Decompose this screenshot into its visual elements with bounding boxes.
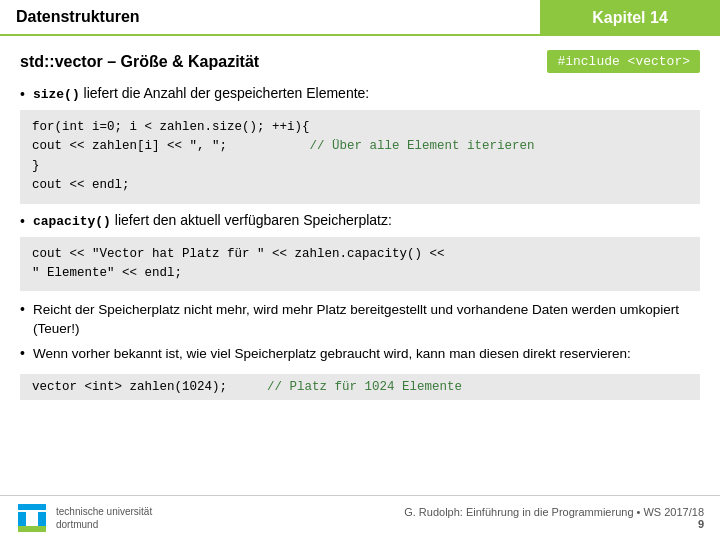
code-block-2: cout << "Vector hat Platz für " << zahle…: [20, 237, 700, 292]
bullet-size-text: size() liefert die Anzahl der gespeicher…: [33, 85, 369, 102]
chapter-text: Kapitel 14: [592, 9, 668, 27]
tu-name-line1: technische universität: [56, 505, 152, 518]
code-line-2: cout << zahlen[i] << ", "; // Über alle …: [32, 137, 688, 156]
include-badge: #include <vector>: [547, 50, 700, 73]
size-keyword: size(): [33, 87, 80, 102]
tu-name-line2: dortmund: [56, 518, 152, 531]
bottom-text-1: Reicht der Speicherplatz nicht mehr, wir…: [33, 301, 700, 339]
page-header: Datenstrukturen Kapitel 14: [0, 0, 720, 36]
bullet-size: • size() liefert die Anzahl der gespeich…: [20, 85, 700, 102]
code-line-1: for(int i=0; i < zahlen.size(); ++i){: [32, 118, 688, 137]
bullet-dot-4: •: [20, 345, 25, 361]
footer-comment-text: // Platz für 1024 Elemente: [267, 380, 462, 394]
code-line-3: }: [32, 157, 688, 176]
capacity-keyword: capacity(): [33, 214, 111, 229]
footer-credit: G. Rudolph: Einführung in die Programmie…: [404, 506, 704, 530]
code-line-4: cout << endl;: [32, 176, 688, 195]
bullet-dot-2: •: [20, 213, 25, 229]
tu-logo: technische universität dortmund: [16, 502, 152, 534]
bottom-bullet-2: • Wenn vorher bekannt ist, wie viel Spei…: [20, 345, 700, 364]
footer-code-text: vector <int> zahlen(1024);: [32, 380, 227, 394]
bottom-bullets: • Reicht der Speicherplatz nicht mehr, w…: [20, 301, 700, 364]
code2-line-1: cout << "Vector hat Platz für " << zahle…: [32, 245, 688, 264]
svg-rect-1: [18, 504, 46, 510]
page-footer: technische universität dortmund G. Rudol…: [0, 495, 720, 540]
bullet-dot-1: •: [20, 86, 25, 102]
code-comment-1: // Über alle Element iterieren: [235, 139, 535, 153]
bottom-text-2: Wenn vorher bekannt ist, wie viel Speich…: [33, 345, 631, 364]
size-description: liefert die Anzahl der gespeicherten Ele…: [80, 85, 370, 101]
bullet-capacity: • capacity() liefert den aktuell verfügb…: [20, 212, 700, 229]
tu-logo-text: technische universität dortmund: [56, 505, 152, 531]
code2-line-2: " Elemente" << endl;: [32, 264, 688, 283]
chapter-badge: Kapitel 14: [540, 0, 720, 36]
svg-rect-4: [18, 526, 46, 532]
code-block-1: for(int i=0; i < zahlen.size(); ++i){ co…: [20, 110, 700, 204]
slide-subtitle: std::vector – Größe & Kapazität: [20, 53, 259, 71]
title-text: Datenstrukturen: [16, 8, 140, 26]
page-number: 9: [404, 518, 704, 530]
tu-logo-icon: [16, 502, 48, 534]
footer-code-block: vector <int> zahlen(1024); // Platz für …: [20, 374, 700, 400]
bullet-capacity-text: capacity() liefert den aktuell verfügbar…: [33, 212, 392, 229]
subtitle-row: std::vector – Größe & Kapazität #include…: [20, 50, 700, 73]
course-title: Datenstrukturen: [0, 0, 540, 36]
credit-text: G. Rudolph: Einführung in die Programmie…: [404, 506, 704, 518]
svg-rect-3: [38, 512, 46, 526]
bullet-dot-3: •: [20, 301, 25, 317]
main-content: std::vector – Größe & Kapazität #include…: [0, 36, 720, 410]
bottom-bullet-1: • Reicht der Speicherplatz nicht mehr, w…: [20, 301, 700, 339]
capacity-description: liefert den aktuell verfügbaren Speicher…: [111, 212, 392, 228]
